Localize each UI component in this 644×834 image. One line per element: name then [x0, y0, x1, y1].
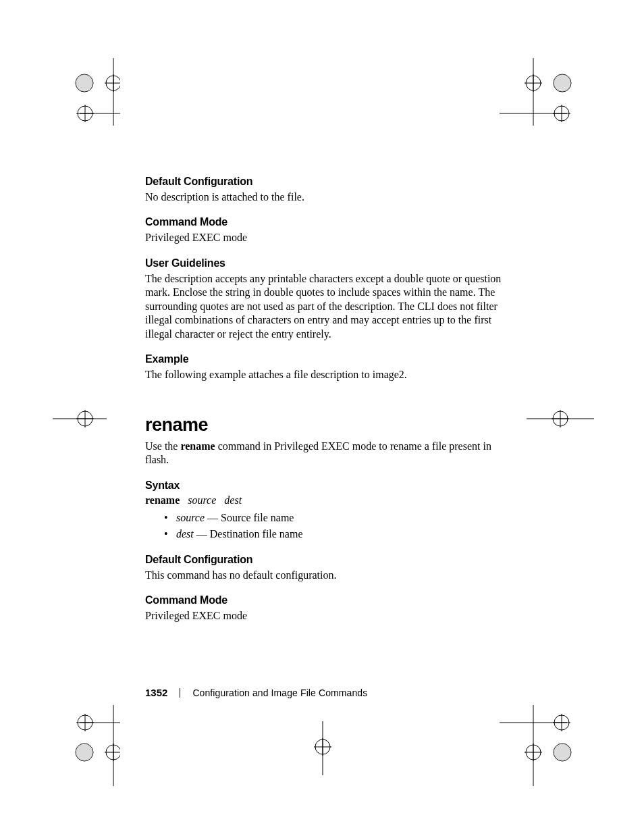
crop-mark-top-left	[53, 58, 120, 126]
list-item: source — Source file name	[164, 511, 503, 525]
svg-point-40	[554, 715, 569, 730]
section-title-rename: rename	[145, 415, 503, 436]
svg-point-49	[315, 739, 330, 754]
heading-user-guidelines: User Guidelines	[145, 257, 503, 269]
heading-example: Example	[145, 353, 503, 365]
page-body: Default Configuration No description is …	[145, 176, 503, 623]
svg-point-16	[554, 74, 571, 92]
syntax-arguments-list: source — Source file name dest — Destina…	[164, 511, 503, 542]
svg-point-37	[76, 744, 93, 761]
svg-point-33	[106, 745, 120, 760]
svg-point-47	[554, 744, 571, 761]
page-number: 1352	[145, 687, 167, 698]
svg-point-43	[526, 745, 541, 760]
syntax-line: rename source dest	[145, 494, 503, 506]
footer-divider	[180, 688, 180, 698]
text-command-mode: Privileged EXEC mode	[145, 231, 503, 244]
svg-point-15	[554, 74, 571, 92]
text-default-configuration-2: This command has no default configuratio…	[145, 569, 503, 582]
crop-mark-top-right	[486, 58, 594, 126]
crop-mark-bottom-right	[486, 705, 594, 786]
arg-desc-dest: — Destination file name	[194, 528, 303, 540]
text-user-guidelines: The description accepts any printable ch…	[145, 272, 503, 341]
page-footer: 1352 Configuration and Image File Comman…	[145, 687, 367, 698]
crop-mark-mid-left	[53, 392, 107, 446]
svg-point-46	[554, 744, 571, 761]
heading-syntax: Syntax	[145, 479, 503, 492]
svg-point-36	[76, 744, 93, 761]
heading-default-configuration: Default Configuration	[145, 176, 503, 188]
arg-name-dest: dest	[176, 528, 194, 540]
syntax-arg-source: source	[188, 494, 216, 506]
text-default-configuration: No description is attached to the file.	[145, 190, 503, 204]
svg-point-12	[526, 76, 541, 90]
intro-pre: Use the	[145, 440, 180, 452]
list-item: dest — Destination file name	[164, 527, 503, 542]
svg-point-30	[78, 715, 92, 730]
svg-point-17	[554, 106, 569, 121]
syntax-cmd: rename	[145, 494, 180, 506]
intro-cmd: rename	[180, 440, 215, 452]
arg-desc-source: — Source file name	[205, 512, 294, 523]
heading-command-mode-2: Command Mode	[145, 594, 503, 606]
text-example: The following example attaches a file de…	[145, 368, 503, 382]
svg-point-2	[76, 74, 93, 92]
crop-mark-bottom-center	[296, 721, 350, 775]
svg-point-7	[78, 106, 92, 121]
svg-point-3	[76, 74, 93, 92]
svg-point-4	[106, 76, 120, 90]
heading-command-mode: Command Mode	[145, 216, 503, 228]
text-rename-intro: Use the rename command in Privileged EXE…	[145, 440, 503, 467]
crop-mark-mid-right	[527, 392, 594, 446]
svg-point-21	[78, 411, 92, 426]
syntax-arg-dest: dest	[224, 494, 242, 506]
chapter-title: Configuration and Image File Commands	[192, 687, 367, 698]
heading-default-configuration-2: Default Configuration	[145, 554, 503, 566]
text-command-mode-2: Privileged EXEC mode	[145, 609, 503, 623]
svg-point-25	[553, 411, 568, 426]
arg-name-source: source	[176, 512, 205, 523]
crop-mark-bottom-left	[53, 705, 120, 786]
